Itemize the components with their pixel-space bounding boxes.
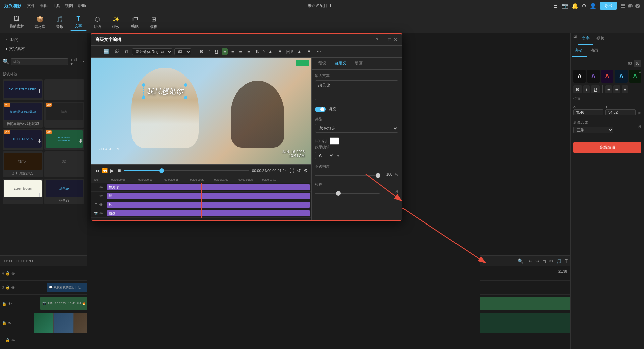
tool-audio[interactable]: 🎵 音乐 (51, 14, 68, 31)
search-input[interactable] (11, 58, 68, 65)
download-icon-4[interactable]: ⬇ (37, 192, 42, 198)
stop-btn[interactable]: ⏹ (117, 168, 121, 173)
dialog-minimize-btn[interactable]: — (381, 37, 386, 42)
keyframe-icon[interactable]: ◇ (639, 70, 641, 73)
tool-asset-library[interactable]: 📦 素材库 (30, 14, 49, 31)
text-tool-btn[interactable]: T (94, 48, 100, 55)
align-right-format-btn[interactable]: ≡ (622, 85, 628, 93)
menu-tools[interactable]: 工具 (52, 3, 60, 9)
far-tab-text[interactable]: 文字 (578, 33, 593, 45)
track-4-clip[interactable]: 预设 (107, 210, 310, 216)
blur-slider[interactable] (315, 193, 380, 194)
dialog-close-btn[interactable]: ✕ (394, 37, 398, 42)
menu-help[interactable]: 帮助 (78, 3, 86, 9)
far-subtab-animation[interactable]: 动画 (587, 45, 601, 57)
template-card-title29[interactable]: 标题29 标题29 (44, 179, 85, 204)
type-select[interactable]: 颜色填充 (315, 124, 398, 133)
maximize-button[interactable]: □ (628, 4, 633, 8)
download-icon-3[interactable]: ⬇ (78, 138, 83, 144)
filter-btn[interactable]: 全部 ▼ (70, 57, 78, 66)
track-2-lock-btn[interactable]: 🔒 (2, 302, 7, 306)
audio-lock-btn[interactable]: 🔒 (5, 338, 10, 342)
line-height-down-btn[interactable]: ▼ (305, 48, 313, 55)
dialog-maximize-btn[interactable]: □ (388, 37, 391, 42)
track-4-lock-btn[interactable]: 🔒 (5, 271, 10, 276)
handle-br[interactable] (184, 96, 187, 99)
format-tool-btn[interactable]: 🔤 (102, 48, 111, 55)
timeline-text-btn[interactable]: T (565, 258, 568, 264)
tab-custom[interactable]: 自定义 (330, 58, 351, 69)
template-card-minimal[interactable]: VIP 极简标题Vol01标题23 极简标题Vol01标题23 (3, 102, 43, 128)
underline-btn[interactable]: U (213, 48, 220, 55)
color-radio-1[interactable]: ○ (315, 139, 320, 143)
tool-effects[interactable]: ✨ 特效 (108, 14, 124, 31)
font-size-select[interactable]: 63 (174, 48, 191, 55)
track-2-eye-btn[interactable]: 👁 (8, 302, 12, 306)
fill-toggle[interactable] (315, 107, 326, 112)
far-tab-video[interactable]: 视频 (593, 33, 608, 45)
template-card-blank[interactable] (44, 79, 85, 100)
align-center-format-btn[interactable]: ≡ (613, 85, 620, 93)
tool-stickers2[interactable]: 🏷 贴纸 (126, 14, 143, 30)
line-height-up-btn[interactable]: ▲ (296, 48, 303, 55)
settings-btn[interactable]: ⚙ (304, 168, 308, 173)
align-left-btn[interactable]: ≡ (222, 48, 228, 55)
color-radio-2[interactable]: ○ (322, 139, 327, 143)
menu-file[interactable]: 文件 (27, 3, 35, 9)
minimize-button[interactable]: — (621, 4, 625, 8)
advanced-edit-btn[interactable]: 高级编辑 (573, 142, 641, 153)
tab-preset[interactable]: 预设 (314, 58, 330, 69)
text-direction-btn[interactable]: ⇅ (254, 48, 261, 55)
timeline-delete-btn[interactable]: 🗑 (542, 258, 547, 264)
text-selection-box[interactable]: 我只想见你 (143, 85, 186, 98)
track-4-eye-btn[interactable]: 👁 (11, 271, 15, 276)
tool-text[interactable]: T 文字 (70, 14, 87, 31)
bold-format-btn[interactable]: B (573, 85, 582, 93)
timeline-undo-btn[interactable]: ↩ (529, 258, 533, 264)
timeline-redo-btn[interactable]: ↪ (535, 258, 539, 264)
bold-btn[interactable]: B (198, 48, 205, 55)
track-3-eye-btn[interactable]: 👁 (11, 286, 15, 290)
video-eye-btn[interactable]: 👁 (8, 321, 12, 325)
menu-view[interactable]: 视图 (65, 3, 73, 9)
tab-animation[interactable]: 动画 (351, 58, 367, 69)
align-left-format-btn[interactable]: ≡ (605, 85, 612, 93)
tool-my-assets[interactable]: 🖼 我的素材 (5, 14, 28, 30)
download-icon-1[interactable]: ⬇ (37, 88, 42, 94)
track-1-eye-icon[interactable]: 👁 (99, 185, 105, 189)
template-card-reveal[interactable]: VIP TITLES REVEAL ⬇ (3, 129, 43, 150)
track-4-eye-icon[interactable]: 👁 (99, 211, 105, 215)
text-style-1[interactable]: A (573, 70, 586, 83)
template-card-abstract[interactable]: VIP 抽象 (44, 102, 85, 128)
download-icon-2[interactable]: ⬇ (37, 138, 42, 144)
template-card-title-here[interactable]: YOUR TITLE HERE ⬇ (3, 79, 43, 100)
pos-y-input[interactable] (605, 109, 636, 115)
spacing-down-btn[interactable]: ▼ (276, 48, 284, 55)
image-tool-btn[interactable]: 🖼 (113, 48, 120, 55)
text-style-2[interactable]: A (587, 70, 599, 83)
track-2-clip[interactable]: 我 (107, 193, 310, 199)
timeline-split-btn[interactable]: ✂ (549, 258, 553, 264)
italic-format-btn[interactable]: I (583, 85, 590, 93)
progress-bar[interactable] (124, 170, 249, 171)
more-options-btn[interactable]: ⋯ (79, 59, 84, 64)
more-format-btn[interactable]: ⋯ (315, 48, 323, 55)
text-style-4[interactable]: A (615, 70, 627, 83)
export-button[interactable]: 导出 (600, 2, 617, 10)
sidebar-nav-text-assets[interactable]: ● 文字素材 (3, 45, 84, 53)
progress-thumb[interactable] (159, 168, 164, 173)
track-2-eye-icon[interactable]: 👁 (99, 194, 105, 198)
template-card-lorem[interactable]: Lorem ipsum ⬇ (3, 179, 43, 204)
template-card-slideshow[interactable]: VIP EducationSlideshow ⬇ (44, 129, 85, 150)
text-input[interactable]: 想见你 (315, 80, 398, 100)
effect-select[interactable]: A (315, 152, 334, 159)
text-style-3[interactable]: A (601, 70, 613, 83)
timeline-zoom-out-btn[interactable]: 🔍− (518, 258, 526, 264)
prev-frame-btn[interactable]: ⏪ (102, 168, 108, 173)
font-select[interactable]: 新叶念体 Regular (132, 48, 172, 55)
handle-tl[interactable] (142, 83, 145, 87)
justify-btn[interactable]: ≡ (246, 48, 252, 55)
track-3-lock-btn[interactable]: 🔒 (5, 285, 10, 290)
far-subtab-basic[interactable]: 基础 (572, 45, 587, 57)
track-3-eye-icon[interactable]: 👁 (99, 203, 105, 207)
